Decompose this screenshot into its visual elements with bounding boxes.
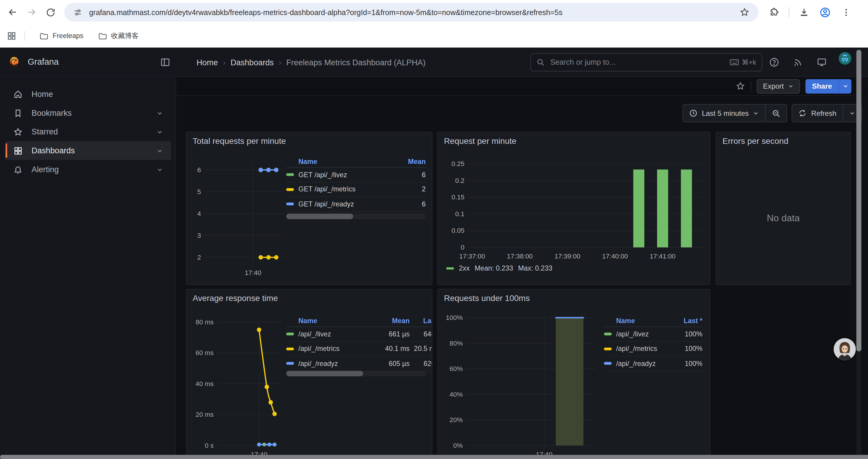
user-avatar[interactable] xyxy=(839,52,851,65)
grafana-app: Grafana Home › Dashboards › Freeleaps Me… xyxy=(0,47,868,459)
chevron-down-icon xyxy=(849,110,855,117)
legend-row[interactable]: GET /api/_/metrics 2 xyxy=(286,182,426,197)
breadcrumb-home[interactable]: Home xyxy=(196,58,218,67)
svg-text:60%: 60% xyxy=(450,365,463,372)
sidebar-item-home[interactable]: Home xyxy=(0,85,171,104)
series-color-swatch xyxy=(286,173,294,176)
request-per-minute-chart[interactable]: 0.250.20.150.10.05017:37:0017:38:0017:39… xyxy=(438,132,710,285)
chevron-down-icon[interactable] xyxy=(156,166,163,173)
legend-row[interactable]: /api/_/metrics 40.1 ms 20.5 m xyxy=(286,342,433,357)
breadcrumb-dashboards[interactable]: Dashboards xyxy=(230,58,274,67)
sidebar-item-label: Alerting xyxy=(32,165,156,174)
legend-row[interactable]: /api/_/metrics 100% xyxy=(604,342,703,357)
svg-text:80%: 80% xyxy=(450,340,463,347)
bookmark-folder-blogs[interactable]: 收藏博客 xyxy=(98,31,139,41)
address-bar[interactable]: grafana.mathmast.com/d/deytv4rwavabkb/fr… xyxy=(64,3,758,22)
reload-icon[interactable] xyxy=(41,3,60,22)
series-color-swatch xyxy=(604,362,612,365)
url-text[interactable]: grafana.mathmast.com/d/deytv4rwavabkb/fr… xyxy=(89,8,740,16)
series-color-swatch xyxy=(286,348,294,350)
refresh-group: Refresh xyxy=(792,104,862,122)
back-icon[interactable] xyxy=(3,3,22,22)
svg-text:0.05: 0.05 xyxy=(452,227,464,234)
time-range-group: Last 5 minutes xyxy=(682,104,787,122)
legend-row[interactable]: GET /api/_/livez 6 xyxy=(286,168,426,183)
favorite-star-icon[interactable] xyxy=(736,81,745,91)
breadcrumb-current: Freeleaps Metrics Dashboard (ALPHA) xyxy=(286,58,426,67)
sidebar-item-dashboards[interactable]: Dashboards xyxy=(6,141,171,160)
download-icon[interactable] xyxy=(794,7,814,18)
zoom-out-icon xyxy=(772,109,781,118)
help-icon[interactable] xyxy=(769,57,780,68)
svg-text:0 s: 0 s xyxy=(205,442,214,449)
share-menu-chevron[interactable] xyxy=(839,79,851,93)
svg-text:100%: 100% xyxy=(446,314,463,321)
series-max: Max: 0.233 xyxy=(518,265,553,272)
series-color-swatch xyxy=(446,267,454,270)
apps-grid-icon[interactable] xyxy=(6,31,17,41)
legend-table: Name Last * /api/_/livez 100% /api/_/met… xyxy=(604,315,703,371)
legend-row[interactable]: /api/_/readyz 100% xyxy=(604,357,703,371)
floating-assistant-avatar[interactable] xyxy=(834,338,856,360)
export-button[interactable]: Export xyxy=(757,79,800,93)
extensions-icon[interactable] xyxy=(764,7,784,18)
svg-text:4: 4 xyxy=(197,210,201,218)
screen: grafana.mathmast.com/d/deytv4rwavabkb/fr… xyxy=(0,0,868,459)
forward-icon[interactable] xyxy=(22,3,41,22)
chevron-down-icon[interactable] xyxy=(156,147,163,154)
sidebar-item-bookmarks[interactable]: Bookmarks xyxy=(0,103,171,122)
news-rss-icon[interactable] xyxy=(793,57,803,68)
monitor-icon[interactable] xyxy=(816,57,827,68)
legend-row[interactable]: /api/_/livez 661 µs 646 xyxy=(286,327,433,342)
legend-header[interactable]: Name Last * xyxy=(604,315,703,327)
dashboard-toolbar: Export Share xyxy=(176,77,855,96)
legend-header[interactable]: Name Mean Las xyxy=(286,315,433,327)
svg-text:20%: 20% xyxy=(450,416,463,424)
keyboard-icon xyxy=(730,59,739,66)
time-range-picker[interactable]: Last 5 minutes xyxy=(683,104,765,122)
search-field[interactable] xyxy=(549,58,730,67)
sidebar: Home Bookmarks Starred Dashboards Alerti… xyxy=(0,77,176,459)
refresh-button[interactable]: Refresh xyxy=(793,104,843,122)
profile-icon[interactable] xyxy=(814,6,836,18)
sidebar-item-alerting[interactable]: Alerting xyxy=(0,160,171,179)
chevron-down-icon[interactable] xyxy=(156,128,163,135)
horizontal-scrollbar[interactable] xyxy=(0,455,868,459)
search-input[interactable]: ⌘+k xyxy=(530,53,762,71)
vertical-scrollbar[interactable] xyxy=(857,47,862,459)
legend-row[interactable]: /api/_/livez 100% xyxy=(604,327,703,342)
bookmark-star-icon[interactable] xyxy=(740,7,749,17)
time-range-label: Last 5 minutes xyxy=(702,109,749,117)
sidebar-toggle-icon[interactable] xyxy=(160,57,170,68)
svg-text:0: 0 xyxy=(461,244,464,251)
refresh-label: Refresh xyxy=(811,109,836,117)
svg-text:0.2: 0.2 xyxy=(455,177,464,184)
legend-row[interactable]: /api/_/readyz 605 µs 620 xyxy=(286,357,433,371)
sidebar-item-label: Bookmarks xyxy=(32,108,156,117)
bookmark-folder-freeleaps[interactable]: Freeleaps xyxy=(39,31,83,41)
grafana-logo-icon[interactable] xyxy=(7,55,21,69)
legend-row[interactable]: GET /api/_/readyz 6 xyxy=(286,197,426,212)
site-settings-icon[interactable] xyxy=(73,7,83,17)
browser-menu-icon[interactable] xyxy=(836,7,856,17)
zoom-out-button[interactable] xyxy=(766,104,787,122)
toolbar-divider xyxy=(751,80,751,92)
legend-header[interactable]: Name Mean xyxy=(286,156,426,168)
svg-text:5: 5 xyxy=(197,188,201,196)
legend[interactable]: 2xx Mean: 0.233 Max: 0.233 xyxy=(446,265,552,272)
brand-name[interactable]: Grafana xyxy=(28,57,59,67)
chevron-down-icon[interactable] xyxy=(156,109,163,117)
panel-title[interactable]: Errors per second xyxy=(722,136,788,145)
svg-text:40%: 40% xyxy=(450,391,463,398)
svg-text:0.1: 0.1 xyxy=(455,210,464,218)
legend-scrollbar[interactable] xyxy=(286,371,426,376)
browser-toolbar: grafana.mathmast.com/d/deytv4rwavabkb/fr… xyxy=(0,0,868,24)
scrollbar-thumb[interactable] xyxy=(857,50,862,352)
panel-avg-response-time: Average response time 80 ms60 ms40 ms20 … xyxy=(186,289,433,459)
legend-scrollbar[interactable] xyxy=(286,214,426,219)
sidebar-item-starred[interactable]: Starred xyxy=(0,122,171,141)
bookmark-label: 收藏博客 xyxy=(111,31,139,41)
share-button[interactable]: Share xyxy=(805,79,851,93)
svg-text:17:40:00: 17:40:00 xyxy=(602,253,628,260)
sidebar-item-label: Dashboards xyxy=(32,146,156,155)
